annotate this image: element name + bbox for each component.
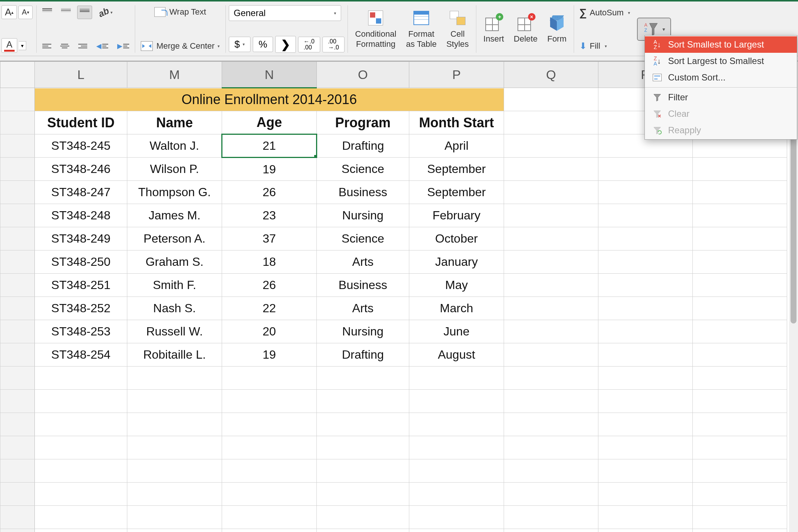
column-header-N[interactable]: N [222,62,317,88]
data-cell[interactable]: ST348-250 [35,250,127,274]
empty-cell[interactable] [693,158,787,181]
empty-cell[interactable] [693,320,787,343]
data-cell[interactable]: Business [317,181,409,204]
empty-cell[interactable] [127,483,222,506]
empty-cell[interactable] [693,483,787,506]
data-cell[interactable]: March [409,297,504,320]
empty-cell[interactable] [35,436,127,459]
align-right-button[interactable] [76,39,90,53]
data-cell[interactable]: 19 [222,158,317,181]
align-bottom-button[interactable] [77,6,92,19]
data-cell[interactable]: Arts [317,297,409,320]
empty-cell[interactable] [693,390,787,413]
cell-styles-button[interactable]: Cell Styles [442,8,473,50]
row-header[interactable] [0,181,35,204]
data-cell[interactable]: Russell W. [127,320,222,343]
row-header[interactable] [0,343,35,367]
empty-cell[interactable] [127,459,222,483]
empty-cell[interactable] [598,343,693,367]
data-cell[interactable]: Drafting [317,343,409,367]
empty-cell[interactable] [409,529,504,532]
custom-sort-item[interactable]: Custom Sort... [645,69,797,86]
data-cell[interactable]: Nursing [317,320,409,343]
font-color-button[interactable]: A [1,38,17,53]
empty-cell[interactable] [35,413,127,436]
empty-cell[interactable] [693,181,787,204]
data-cell[interactable]: Smith F. [127,274,222,297]
data-cell[interactable]: ST348-248 [35,204,127,227]
row-header[interactable] [0,158,35,181]
insert-button[interactable]: + Insert [479,13,508,45]
data-cell[interactable]: Wilson P. [127,158,222,181]
empty-cell[interactable] [598,181,693,204]
data-cell[interactable]: 26 [222,274,317,297]
empty-cell[interactable] [598,227,693,250]
wrap-text-button[interactable]: Wrap Text [138,5,222,19]
empty-cell[interactable] [409,390,504,413]
empty-cell[interactable] [598,436,693,459]
column-header-P[interactable]: P [409,62,504,88]
empty-cell[interactable] [693,343,787,367]
header-cell[interactable]: Month Start [409,111,504,134]
format-as-table-button[interactable]: Format as Table [402,8,441,50]
empty-cell[interactable] [598,506,693,529]
data-cell[interactable]: 26 [222,181,317,204]
data-cell[interactable]: August [409,343,504,367]
sort-descending-item[interactable]: ZA↓ Sort Largest to Smallest [645,53,797,69]
empty-cell[interactable] [127,529,222,532]
empty-cell[interactable] [35,506,127,529]
empty-cell[interactable] [409,413,504,436]
header-cell[interactable]: Student ID [35,111,127,134]
row-header[interactable] [0,367,35,390]
data-cell[interactable]: 18 [222,250,317,274]
row-header[interactable] [0,88,35,111]
row-header[interactable] [0,529,35,532]
data-cell[interactable]: Thompson G. [127,181,222,204]
data-cell[interactable]: Science [317,158,409,181]
empty-cell[interactable] [693,227,787,250]
empty-cell[interactable] [504,227,598,250]
data-cell[interactable]: 20 [222,320,317,343]
empty-cell[interactable] [222,390,317,413]
title-cell[interactable]: Online Enrollment 2014-2016 [35,88,504,111]
data-cell[interactable]: Walton J. [127,134,222,158]
empty-cell[interactable] [693,529,787,532]
empty-cell[interactable] [409,459,504,483]
shrink-font-button[interactable]: A▾ [18,6,32,19]
data-cell[interactable]: October [409,227,504,250]
column-header-L[interactable]: L [35,62,127,88]
currency-button[interactable]: $ ▾ [229,37,251,52]
data-cell[interactable]: 22 [222,297,317,320]
row-header[interactable] [0,390,35,413]
format-button[interactable]: ↔ Form [543,13,570,45]
empty-cell[interactable] [693,297,787,320]
empty-cell[interactable] [35,459,127,483]
empty-cell[interactable] [317,367,409,390]
empty-cell[interactable] [504,88,598,111]
row-header[interactable] [0,483,35,506]
empty-cell[interactable] [127,390,222,413]
row-header[interactable] [0,274,35,297]
empty-cell[interactable] [317,483,409,506]
empty-cell[interactable] [222,413,317,436]
empty-cell[interactable] [693,274,787,297]
row-header[interactable] [0,227,35,250]
empty-cell[interactable] [504,134,598,158]
percent-button[interactable]: % [253,37,273,52]
empty-cell[interactable] [504,529,598,532]
empty-cell[interactable] [598,204,693,227]
empty-cell[interactable] [317,506,409,529]
empty-cell[interactable] [693,506,787,529]
autosum-button[interactable]: ∑ AutoSum ▾ [577,5,632,20]
empty-cell[interactable] [693,367,787,390]
column-header-M[interactable]: M [127,62,222,88]
data-cell[interactable]: Arts [317,250,409,274]
data-cell[interactable]: ST348-253 [35,320,127,343]
font-color-dropdown[interactable]: ▾ [19,41,26,50]
data-cell[interactable]: ST348-251 [35,274,127,297]
data-cell[interactable]: James M. [127,204,222,227]
data-cell[interactable]: 21 [222,134,317,158]
empty-cell[interactable] [35,367,127,390]
increase-indent-button[interactable]: ▶ [115,39,132,53]
orientation-button[interactable]: ab ▾ [96,5,115,19]
